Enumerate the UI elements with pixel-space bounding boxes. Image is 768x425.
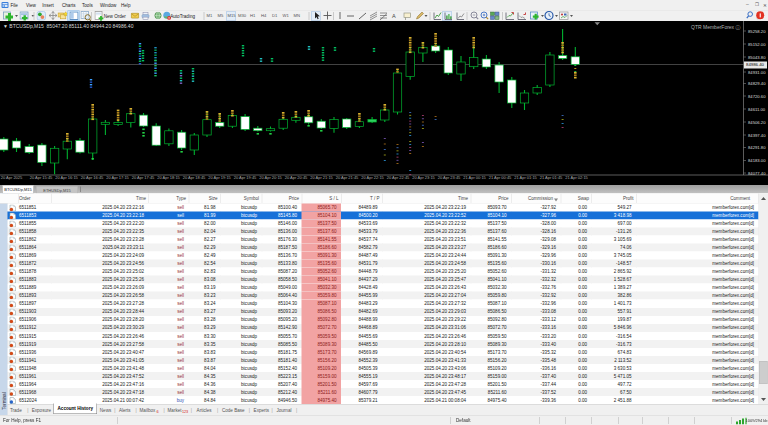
svg-text:20 Apr 16:15: 20 Apr 16:15 [55, 175, 78, 180]
svg-text:20 Apr 15:45: 20 Apr 15:45 [30, 175, 53, 180]
svg-text:20 Apr 22:45: 20 Apr 22:45 [387, 175, 410, 180]
svg-text:20 Apr 21:15: 20 Apr 21:15 [310, 175, 333, 180]
svg-text:20 Apr 19:45: 20 Apr 19:45 [234, 175, 257, 180]
svg-text:85258.20: 85258.20 [748, 29, 766, 34]
svg-text:20 Apr 23:15: 20 Apr 23:15 [412, 175, 435, 180]
svg-text:QTR MemberForex ⓘ: QTR MemberForex ⓘ [691, 24, 740, 30]
svg-text:20 Apr 19:15: 20 Apr 19:15 [208, 175, 231, 180]
svg-text:20 Apr 18:15: 20 Apr 18:15 [157, 175, 180, 180]
svg-text:84829.40: 84829.40 [748, 81, 766, 86]
svg-text:84291.80: 84291.80 [748, 145, 766, 150]
svg-text:84986.40: 84986.40 [746, 62, 765, 67]
svg-text:84183.00: 84183.00 [748, 158, 766, 163]
svg-text:84397.40: 84397.40 [748, 133, 766, 138]
svg-text:84720.60: 84720.60 [748, 94, 766, 99]
svg-text:85152.00: 85152.00 [748, 42, 766, 47]
svg-text:85043.80: 85043.80 [748, 55, 766, 60]
svg-text:84077.40: 84077.40 [748, 171, 766, 176]
svg-text:20 Apr 18:45: 20 Apr 18:45 [183, 175, 206, 180]
svg-text:21 Apr 02:15: 21 Apr 02:15 [565, 175, 588, 180]
svg-text:21 Apr 01:15: 21 Apr 01:15 [514, 175, 537, 180]
svg-text:84931.00: 84931.00 [748, 70, 766, 75]
svg-text:20 Apr 2025: 20 Apr 2025 [1, 175, 23, 180]
svg-text:▼ BTCUSDp,M15 85047.20 85111.: ▼ BTCUSDp,M15 85047.20 85111.40 84944.20… [3, 23, 134, 29]
svg-text:21 Apr 00:45: 21 Apr 00:45 [489, 175, 512, 180]
svg-text:20 Apr 21:45: 20 Apr 21:45 [336, 175, 359, 180]
svg-text:21 Apr 00:15: 21 Apr 00:15 [463, 175, 486, 180]
svg-text:84506.20: 84506.20 [748, 120, 766, 125]
svg-text:20 Apr 17:15: 20 Apr 17:15 [106, 175, 129, 180]
svg-text:21 Apr 01:45: 21 Apr 01:45 [540, 175, 563, 180]
svg-text:20 Apr 20:45: 20 Apr 20:45 [285, 175, 308, 180]
svg-text:84611.00: 84611.00 [748, 107, 766, 112]
svg-text:20 Apr 16:45: 20 Apr 16:45 [81, 175, 104, 180]
svg-text:20 Apr 20:15: 20 Apr 20:15 [259, 175, 282, 180]
svg-text:20 Apr 17:45: 20 Apr 17:45 [132, 175, 155, 180]
svg-text:20 Apr 23:45: 20 Apr 23:45 [438, 175, 461, 180]
svg-text:20 Apr 22:15: 20 Apr 22:15 [361, 175, 384, 180]
